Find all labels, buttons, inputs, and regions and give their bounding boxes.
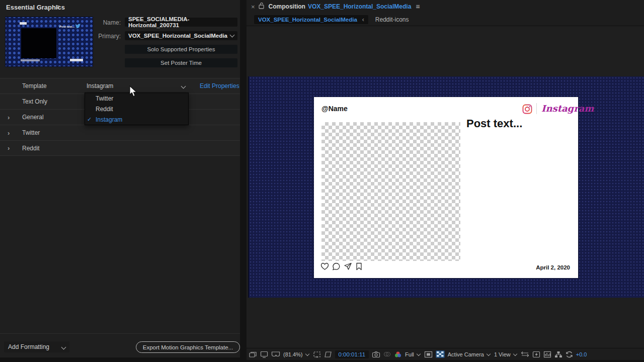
- after-effects-window: Essential Graphics ≡ Post text... Name: …: [0, 0, 644, 362]
- vertical-divider: [536, 103, 537, 114]
- toggle-mask-visibility-icon[interactable]: [324, 351, 332, 358]
- transparent-image-placeholder: [321, 122, 460, 261]
- set-poster-time-button[interactable]: Set Poster Time: [125, 58, 237, 67]
- chevron-down-icon: [230, 33, 235, 38]
- composition-tab-bar: × Composition VOX_SPEE_Horizontal_Social…: [247, 0, 644, 13]
- row-twitter[interactable]: › Twitter: [0, 125, 240, 140]
- primary-comp-dropdown[interactable]: VOX_SPEE_Horizontal_SocialMedia: [125, 31, 237, 40]
- breadcrumb-current-label: VOX_SPEE_Horizontal_SocialMedia: [258, 17, 357, 23]
- post-username: @Name: [321, 105, 348, 113]
- current-time-field[interactable]: 0:00:01:11: [335, 350, 369, 358]
- chevron-down-icon[interactable]: [305, 351, 309, 355]
- channel-dropdown[interactable]: Full: [405, 351, 414, 357]
- composition-breadcrumb: VOX_SPEE_Horizontal_SocialMedia ‹ Reddit…: [247, 13, 644, 26]
- menu-item-label: Instagram: [96, 116, 122, 123]
- close-icon[interactable]: ×: [251, 3, 255, 11]
- thumbnail-logo-mark: [20, 22, 27, 25]
- name-label: Name:: [91, 19, 121, 26]
- row-label: General: [22, 114, 44, 121]
- like-heart-icon: [320, 262, 329, 272]
- composition-panel: × Composition VOX_SPEE_Horizontal_Social…: [247, 0, 644, 360]
- row-label: Twitter: [22, 129, 40, 136]
- always-preview-view-icon[interactable]: [249, 351, 257, 358]
- check-icon: ✓: [87, 116, 95, 123]
- menu-item-reddit[interactable]: Reddit: [85, 104, 188, 114]
- chevron-down-icon: [61, 344, 66, 349]
- panel-menu-icon[interactable]: ≡: [55, 3, 59, 11]
- chevron-right-icon[interactable]: ›: [8, 114, 10, 121]
- chevron-down-icon[interactable]: [487, 351, 491, 355]
- name-input[interactable]: SPEE_SOCIALMEDIA-Horizontal_200731: [125, 18, 237, 27]
- template-preview-thumbnail: Post text...: [5, 17, 93, 67]
- menu-item-instagram[interactable]: ✓ Instagram: [85, 114, 188, 125]
- flowchart-panel-icon[interactable]: [554, 351, 562, 358]
- thumbnail-caption-smudge: [21, 59, 40, 61]
- exposure-adjustment-field[interactable]: +0.0: [576, 351, 587, 357]
- show-snapshot-icon[interactable]: [383, 351, 391, 357]
- post-date: April 2, 2020: [536, 264, 570, 270]
- instagram-camera-icon: [522, 104, 532, 116]
- thumbnail-post-text: Post text...: [59, 25, 74, 28]
- breadcrumb-current-comp[interactable]: VOX_SPEE_Horizontal_SocialMedia ‹: [254, 15, 368, 24]
- tab-panel-label[interactable]: Composition: [269, 3, 305, 10]
- chevron-right-icon[interactable]: ›: [8, 144, 10, 152]
- essential-graphics-panel: Essential Graphics ≡ Post text... Name: …: [0, 0, 240, 357]
- row-label: Text Only: [22, 98, 47, 105]
- solo-supported-properties-button[interactable]: Solo Supported Properties: [125, 45, 237, 54]
- twitter-bird-icon: [75, 23, 81, 30]
- transparency-grid-icon[interactable]: [436, 350, 445, 358]
- chevron-left-icon: ‹: [362, 16, 364, 23]
- instagram-post-mockup: @Name Instagram Post text...: [314, 97, 578, 278]
- panel-menu-icon[interactable]: ≡: [416, 3, 420, 11]
- template-dropdown[interactable]: Instagram: [87, 82, 113, 89]
- add-formatting-dropdown[interactable]: Add Formatting: [4, 341, 69, 352]
- fast-previews-icon[interactable]: [532, 351, 540, 358]
- share-icon: [344, 262, 352, 272]
- edit-properties-link[interactable]: Edit Properties: [200, 82, 239, 89]
- breadcrumb-parent-comp[interactable]: Reddit-icons: [375, 16, 409, 23]
- comment-icon: [332, 262, 341, 272]
- view-layout-dropdown[interactable]: 1 View: [494, 351, 511, 357]
- lock-icon[interactable]: [259, 3, 264, 11]
- chevron-down-icon[interactable]: [417, 351, 421, 355]
- share-view-options-icon[interactable]: [521, 351, 529, 357]
- composition-viewport[interactable]: @Name Instagram Post text...: [248, 76, 644, 298]
- primary-label: Primary:: [91, 33, 121, 40]
- timeline-panel-icon[interactable]: [543, 351, 551, 358]
- thumbnail-media-placeholder: [21, 28, 56, 58]
- 3d-view-dropdown[interactable]: Active Camera: [448, 351, 484, 357]
- template-row: Template Instagram Edit Properties: [0, 78, 240, 94]
- export-motion-graphics-template-button[interactable]: Export Motion Graphics Template...: [136, 341, 240, 353]
- thumbnail-date-smudge: [70, 59, 83, 61]
- target-region-icon[interactable]: [424, 351, 433, 358]
- chevron-right-icon[interactable]: ›: [8, 129, 10, 137]
- row-label: Reddit: [22, 145, 40, 152]
- menu-item-label: Reddit: [96, 106, 113, 113]
- composition-toolbar: (81.4%) 0:00:01:11 Full: [247, 348, 644, 360]
- template-label: Template: [22, 82, 47, 89]
- chevron-down-icon[interactable]: [181, 84, 186, 89]
- post-text: Post text...: [466, 117, 522, 130]
- bookmark-icon: [355, 262, 363, 272]
- menu-item-label: Twitter: [96, 95, 113, 102]
- instagram-wordmark: Instagram: [541, 103, 594, 114]
- footer-divider: [0, 333, 240, 334]
- region-of-interest-icon[interactable]: [313, 351, 321, 358]
- mouse-cursor: [129, 85, 138, 99]
- primary-value: VOX_SPEE_Horizontal_SocialMedia: [128, 33, 227, 39]
- primary-viewer-icon[interactable]: [260, 351, 268, 358]
- row-reddit[interactable]: › Reddit: [0, 140, 240, 156]
- magnification-dropdown[interactable]: (81.4%): [283, 351, 303, 357]
- name-value: SPEE_SOCIALMEDIA-Horizontal_200731: [128, 16, 234, 28]
- post-action-icons: [320, 262, 363, 272]
- show-channel-icon[interactable]: [394, 351, 402, 358]
- take-snapshot-icon[interactable]: [372, 351, 380, 358]
- chevron-down-icon[interactable]: [513, 351, 517, 355]
- stereo-3d-glasses-icon[interactable]: [271, 351, 280, 357]
- tab-composition-name[interactable]: VOX_SPEE_Horizontal_SocialMedia: [308, 3, 411, 10]
- add-formatting-label: Add Formatting: [8, 343, 49, 350]
- reset-exposure-icon[interactable]: [566, 351, 573, 358]
